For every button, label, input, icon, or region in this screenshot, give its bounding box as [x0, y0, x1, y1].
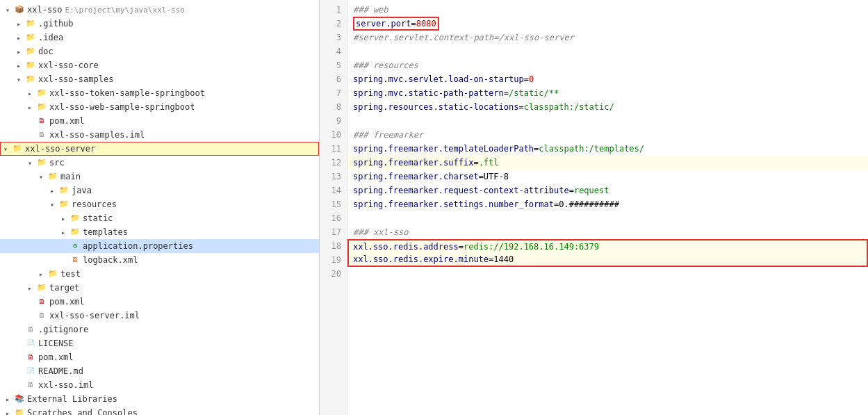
sidebar-item-logback-xml[interactable]: logback.xml: [0, 253, 319, 267]
file-tree: xxl-ssoE:\project\my\java\xxl-sso.github…: [0, 0, 320, 415]
item-label: xxl-sso: [27, 5, 63, 15]
line-number: 1: [320, 3, 347, 17]
item-label: xxl-sso-token-sample-springboot: [49, 88, 205, 98]
arrow-icon: [28, 104, 36, 111]
item-label: test: [60, 269, 81, 279]
sidebar-item-xxl-sso-samples-iml[interactable]: xxl-sso-samples.iml: [0, 128, 319, 142]
code-line: ### xxl-sso: [347, 225, 868, 239]
highlighted-box: server.port=8080: [353, 17, 439, 31]
item-label: static: [83, 213, 113, 223]
sidebar-item-xxl-sso-web[interactable]: xxl-sso-web-sample-springboot: [0, 100, 319, 114]
line-number: 10: [320, 128, 347, 142]
sidebar-item-githubfolder[interactable]: .github: [0, 17, 319, 31]
item-label: target: [49, 283, 79, 293]
line-number: 8: [320, 100, 347, 114]
sidebar-item-pom-samples[interactable]: pom.xml: [0, 114, 319, 128]
arrow-icon: [17, 62, 25, 70]
file-icon: [25, 366, 36, 376]
file-icon: [47, 172, 58, 181]
sidebar-item-pom-root[interactable]: pom.xml: [0, 350, 319, 364]
code-line: spring.freemarker.settings.number_format…: [347, 197, 868, 211]
file-icon: [36, 311, 47, 320]
code-line: spring.resources.static-locations=classp…: [347, 100, 868, 114]
code-line: [347, 267, 868, 281]
item-label: xxl-sso-web-sample-springboot: [49, 102, 195, 112]
arrow-icon: [28, 90, 36, 97]
file-icon: [25, 74, 36, 84]
file-icon: [69, 255, 81, 265]
item-label: java: [72, 186, 92, 195]
sidebar-item-xxl-sso-iml[interactable]: xxl-sso.iml: [0, 378, 319, 392]
sidebar-item-ideafolder[interactable]: .idea: [0, 31, 319, 44]
line-number: 18: [320, 239, 347, 253]
code-line: spring.freemarker.suffix=.ftl: [347, 156, 868, 170]
file-icon: [14, 408, 25, 415]
arrow-icon: [6, 409, 14, 416]
sidebar-item-src[interactable]: src: [0, 156, 319, 170]
code-line: spring.freemarker.request-context-attrib…: [347, 184, 868, 197]
sidebar-item-xxl-sso-core[interactable]: xxl-sso-core: [0, 58, 319, 72]
code-line: spring.freemarker.templateLoaderPath=cla…: [347, 142, 868, 156]
sidebar-item-application-properties[interactable]: application.properties: [0, 239, 319, 253]
item-label: LICENSE: [38, 339, 74, 348]
sidebar-item-pom-server[interactable]: pom.xml: [0, 295, 319, 309]
arrow-icon: [17, 34, 25, 42]
item-label: pom.xml: [49, 297, 85, 307]
sidebar-item-xxl-sso-samples[interactable]: xxl-sso-samples: [0, 72, 319, 86]
sidebar-item-xxl-sso-root[interactable]: xxl-ssoE:\project\my\java\xxl-sso: [0, 3, 319, 17]
file-icon: [25, 339, 36, 348]
line-number: 11: [320, 142, 347, 156]
sidebar-item-docfolder[interactable]: doc: [0, 44, 319, 58]
code-line: spring.mvc.static-path-pattern=/static/*…: [347, 86, 868, 100]
sidebar-item-test[interactable]: test: [0, 267, 319, 281]
item-label: xxl-sso.iml: [38, 380, 93, 390]
file-icon: [36, 102, 47, 112]
sidebar-item-xxl-sso-server-iml[interactable]: xxl-sso-server.iml: [0, 309, 319, 323]
sidebar-item-gitignore[interactable]: .gitignore: [0, 323, 319, 336]
code-line: [347, 211, 868, 225]
line-number: 14: [320, 184, 347, 197]
code-line: xxl.sso.redis.expire.minute=1440: [347, 253, 868, 267]
item-label: .idea: [38, 33, 63, 42]
file-icon: [36, 116, 47, 126]
arrow-icon: [28, 159, 36, 167]
item-label: src: [49, 158, 65, 168]
code-editor: 1234567891011121314151617181920 ### webs…: [320, 0, 868, 415]
file-icon: [25, 33, 36, 42]
arrow-icon: [61, 215, 69, 222]
sidebar-item-external-libs[interactable]: External Libraries: [0, 392, 319, 406]
sidebar-item-resources[interactable]: resources: [0, 197, 319, 211]
line-number: 13: [320, 170, 347, 184]
file-icon: [25, 352, 36, 362]
item-label: resources: [72, 200, 117, 209]
arrow-icon: [50, 187, 58, 195]
sidebar-item-templates[interactable]: templates: [0, 225, 319, 239]
line-number: 4: [320, 44, 347, 58]
sidebar-item-readme[interactable]: README.md: [0, 364, 319, 378]
item-label: Scratches and Consoles: [27, 408, 138, 415]
line-numbers: 1234567891011121314151617181920: [320, 0, 347, 415]
sidebar-item-main[interactable]: main: [0, 170, 319, 184]
sidebar-item-xxl-sso-server[interactable]: xxl-sso-server: [0, 142, 319, 156]
sidebar-item-xxl-sso-token[interactable]: xxl-sso-token-sample-springboot: [0, 86, 319, 100]
item-label: doc: [38, 47, 54, 56]
sidebar-item-java[interactable]: java: [0, 184, 319, 197]
sidebar-item-target[interactable]: target: [0, 281, 319, 295]
file-icon: [25, 325, 36, 334]
item-label: xxl-sso-core: [38, 60, 99, 70]
sidebar-item-scratches[interactable]: Scratches and Consoles: [0, 406, 319, 415]
arrow-icon: [17, 20, 25, 28]
file-icon: [36, 88, 47, 98]
line-number: 7: [320, 86, 347, 100]
file-icon: [69, 213, 81, 223]
code-line: #server.servlet.context-path=/xxl-sso-se…: [347, 31, 868, 44]
file-icon: [36, 283, 47, 293]
item-label: .github: [38, 19, 74, 29]
line-number: 20: [320, 267, 347, 281]
file-icon: [47, 269, 58, 279]
sidebar-item-license[interactable]: LICENSE: [0, 336, 319, 350]
code-line: spring.mvc.servlet.load-on-startup=0: [347, 72, 868, 86]
sidebar-item-static[interactable]: static: [0, 211, 319, 225]
file-icon: [25, 19, 36, 29]
project-path: E:\project\my\java\xxl-sso: [65, 6, 185, 15]
